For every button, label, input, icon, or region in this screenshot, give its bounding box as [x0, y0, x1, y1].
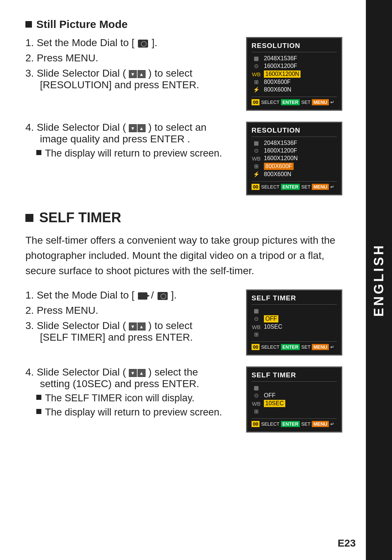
lcd-1-val-2: 1600X1200F — [264, 63, 297, 69]
lcd-2-icon-1: ▦ — [252, 140, 261, 146]
lcd-1-title: RESOLUTION — [252, 42, 337, 52]
sub-bullet-1: The display will return to preview scree… — [36, 148, 235, 159]
step-2-num: 2. — [25, 52, 34, 64]
lcd-2-row-1: ▦ 2048X1536F — [252, 140, 337, 146]
st-step-3-text-before: Slide Selector Dial ( — [37, 320, 126, 331]
dial-up-arrow: ▲ — [138, 70, 146, 78]
self-timer-bullet — [25, 214, 33, 222]
dial-icon-4: ▼▲ — [129, 369, 146, 377]
st-sub-bullet-2: The display will return to preview scree… — [36, 407, 235, 418]
lcd-3-val-3: 10SEC — [264, 324, 282, 330]
dial-icon-3: ▼▲ — [129, 322, 146, 330]
sub-bullet-sq-1 — [36, 150, 41, 155]
lcd-2-val-5: 800X600N — [264, 171, 291, 178]
lcd-4-btn-select: 00 — [252, 421, 260, 427]
st-step-1-text-before: Set the Mode Dial to [ — [37, 289, 134, 301]
lcd-3-btn-enter: ENTER — [281, 344, 300, 350]
still-picture-heading: Still Picture Mode — [25, 18, 344, 31]
lcd-1-icon-3: WB — [252, 71, 261, 77]
lcd-2-row-3: WB 1600X1200N — [252, 155, 337, 162]
step-4: 4. Slide Selector Dial ( ▼▲ ) to select … — [25, 122, 235, 145]
step-1-num: 1. — [25, 37, 34, 48]
st-step-4: 4. Slide Selector Dial ( ▼▲ ) select the… — [25, 366, 235, 390]
lcd-2-footer: 00 SELECT ENTER SET MENU ↵ — [252, 181, 337, 190]
lcd-4-title: SELF TIMER — [252, 371, 337, 382]
lcd-3-row-4: ⊞ — [252, 331, 337, 338]
step-3-text-before: Slide Selector Dial ( — [37, 68, 126, 79]
lcd-3-row-1: ▦ — [252, 308, 337, 314]
camera-icon — [138, 40, 148, 48]
self-timer-description: The self-timer offers a convenient way t… — [25, 233, 344, 279]
lcd-1-val-4: 800X600F — [264, 79, 291, 85]
lcd-4-val-3: 10SEC — [264, 400, 285, 407]
lcd-screen-4: SELF TIMER ▦ ⊙ OFF WB 10SEC — [246, 366, 342, 433]
still-picture-title: Still Picture Mode — [36, 18, 128, 31]
lcd-3-icon-1: ▦ — [252, 308, 261, 314]
lcd-4-btn-menu: MENU — [312, 421, 328, 427]
lcd-3-footer: 00 SELECT ENTER SET MENU ↵ — [252, 341, 337, 350]
lcd-4-label-set: SET — [301, 421, 310, 427]
step-1-text-before: Set the Mode Dial to [ — [37, 37, 134, 48]
still-steps-left: 1. Set the Mode Dial to [ ]. 2. Press ME… — [25, 37, 235, 111]
lcd-3-label-back: ↵ — [330, 344, 334, 350]
page-number: E23 — [338, 537, 356, 549]
st-step-4-num: 4. — [25, 366, 34, 378]
step-1: 1. Set the Mode Dial to [ ]. — [25, 37, 235, 49]
st-step-4-text-after: ) select the — [148, 366, 198, 378]
st-sub-sq-2 — [36, 409, 41, 414]
lcd-screen-1: RESOLUTION ▦ 2048X1536F ⊙ 1600X1200F WB — [246, 37, 342, 111]
lcd-2-btn-enter: ENTER — [281, 184, 300, 190]
lcd-1-footer: 00 SELECT ENTER SET MENU ↵ — [252, 97, 337, 105]
lcd-1-label-back: ↵ — [330, 100, 334, 105]
lcd-2-label-set: SET — [301, 184, 310, 190]
st-camera-icon — [158, 292, 168, 300]
dial-down-arrow: ▼ — [129, 70, 137, 78]
step-1-text-after: ]. — [152, 37, 158, 48]
dial-icon-2: ▼▲ — [129, 124, 146, 132]
st-step-2-num: 2. — [25, 305, 34, 316]
step-4-text-after: ) to select an — [148, 122, 207, 133]
lcd-2-val-3: 1600X1200N — [264, 155, 298, 162]
lcd-3-val-2: OFF — [264, 315, 278, 322]
st-step-1-text-after: ]. — [171, 289, 177, 301]
lcd-3-btn-menu: MENU — [312, 344, 328, 350]
lcd-2-icon-5: ⚡ — [252, 171, 261, 178]
self-timer-title: SELF TIMER — [39, 210, 121, 226]
lcd-2-btn-select: 00 — [252, 184, 260, 190]
dial-up-3: ▲ — [138, 322, 146, 330]
lcd-2-row-4: ⊞ 800X600F — [252, 163, 337, 170]
step-4-num: 4. — [25, 122, 34, 133]
lcd-3-row-2: ⊙ OFF — [252, 315, 337, 322]
st-sub-text-2: The display will return to preview scree… — [45, 407, 222, 418]
lcd-resolution-2: RESOLUTION ▦ 2048X1536F ⊙ 1600X1200F WB … — [246, 122, 344, 195]
self-timer-steps-left-2: 4. Slide Selector Dial ( ▼▲ ) select the… — [25, 366, 235, 433]
st-step-2: 2. Press MENU. — [25, 305, 235, 316]
lcd-2-icon-4: ⊞ — [252, 163, 261, 170]
st-step-3-cont: [SELF TIMER] and press ENTER. — [40, 332, 235, 343]
lcd-1-icon-1: ▦ — [252, 55, 261, 62]
lcd-4-icon-1: ▦ — [252, 385, 261, 391]
st-step-3: 3. Slide Selector Dial ( ▼▲ ) to select … — [25, 320, 235, 343]
st-sub-text-1: The SELF TIMER icon will display. — [45, 393, 195, 404]
st-step-3-text-after: ) to select — [148, 320, 192, 331]
lcd-2-row-5: ⚡ 800X600N — [252, 171, 337, 178]
side-tab: ENGLISH — [366, 0, 392, 560]
self-timer-steps-left: 1. Set the Mode Dial to [ ▶ / ]. 2. Pres… — [25, 289, 235, 356]
dial-up-4: ▲ — [138, 369, 146, 377]
lcd-2-title: RESOLUTION — [252, 126, 337, 137]
lcd-1-row-5: ⚡ 800X600N — [252, 86, 337, 93]
lcd-3-icon-2: ⊙ — [252, 316, 261, 322]
lcd-2-label-select: SELECT — [261, 184, 279, 190]
lcd-2-btn-menu: MENU — [312, 184, 328, 190]
lcd-2-val-1: 2048X1536F — [264, 140, 297, 146]
lcd-3-label-select: SELECT — [261, 344, 279, 350]
lcd-2-val-2: 1600X1200F — [264, 147, 297, 154]
lcd-4-footer: 00 SELECT ENTER SET MENU ↵ — [252, 418, 337, 427]
step-2: 2. Press MENU. — [25, 52, 235, 64]
lcd-1-icon-2: ⊙ — [252, 63, 261, 69]
dial-icon-1: ▼▲ — [129, 70, 146, 78]
lcd-3-icon-4: ⊞ — [252, 331, 261, 338]
lcd-3-icon-3: WB — [252, 324, 261, 330]
lcd-3-btn-select: 00 — [252, 344, 260, 350]
lcd-4-label-select: SELECT — [261, 421, 279, 427]
